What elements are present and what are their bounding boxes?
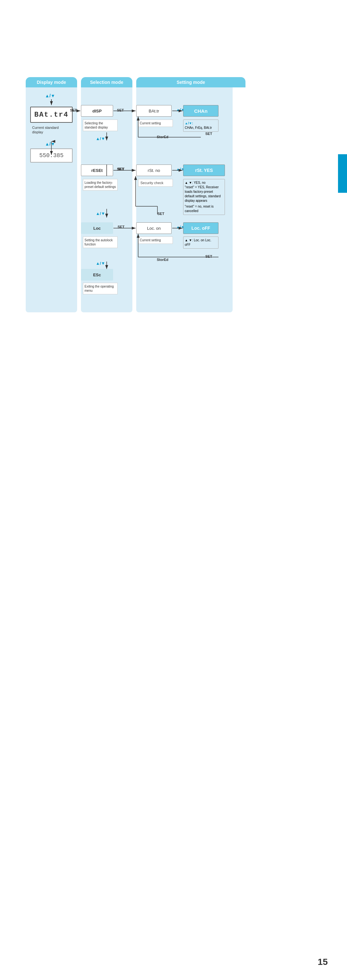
set-label-sel-set-disp: SET — [117, 108, 124, 112]
set-label-stored1: SET — [205, 132, 212, 135]
page-container: Display mode Selection mode Setting mode… — [0, 0, 347, 980]
sel-updown2: ▲/▼ — [96, 211, 105, 216]
column-headers: Display mode Selection mode Setting mode — [26, 77, 321, 88]
page-number: 15 — [318, 957, 328, 967]
stored-label-1: StorEd — [157, 135, 168, 139]
sel-loc-desc: Setting the autolock function — [83, 237, 118, 248]
chan-updown: ▲/▼: — [185, 121, 217, 126]
rst-yes-desc1: ▲ ▼: YES, no — [185, 181, 223, 185]
set-security-check: Security check — [138, 179, 173, 187]
stored-label-2: StorEd — [157, 258, 168, 261]
set-rst-yes-box: rSt. YES — [183, 164, 225, 176]
sel-disp-box: dISP — [81, 105, 113, 117]
rst-yes-desc3: "reset" = no, reset is cancelled — [185, 204, 223, 213]
current-standard-display-label: Current standard display — [32, 125, 67, 135]
col-header-setting: Setting mode — [136, 77, 245, 88]
set-battr-current: Current setting — [138, 119, 173, 127]
set-label-sel-set-rst: SET — [117, 167, 124, 171]
set-battr-box: BAt.tr — [136, 105, 172, 117]
set-label-above-loc: SET — [158, 212, 164, 216]
diagram-inner: ▲/▼ BAt.tr4 Current standard display ▲/▼… — [26, 88, 321, 312]
sel-reset-box: rESEt — [81, 164, 113, 176]
sel-loc-box: Loc — [81, 222, 113, 234]
set-chan-options: ▲/▼: CHAn, FrEq, BAt.tr — [183, 119, 218, 132]
set-label-disp-sel: SET — [70, 108, 77, 112]
chan-options-text: CHAn, FrEq, BAt.tr — [185, 126, 217, 130]
sel-disp-desc: Selecting the standard display — [83, 119, 118, 131]
set-loc-off-desc: ▲ ▼: Loc. on Loc. oFF — [183, 237, 218, 249]
display-updown1: ▲/▼ — [45, 93, 55, 98]
accent-bar — [338, 154, 347, 193]
set-chan-box: CHAn — [183, 105, 218, 117]
rst-yes-desc2: "reset" = YES, Receiver loads factory-pr… — [185, 185, 223, 203]
col-header-display: Display mode — [26, 77, 77, 88]
set-loc-on-box: Loc. on — [136, 222, 172, 234]
col-header-selection: Selection mode — [81, 77, 132, 88]
set-rst-no-box: rSt. no — [136, 164, 172, 176]
sel-esc-desc: Exiting the operating menu — [83, 283, 118, 294]
loc-off-options: ▲ ▼: Loc. on Loc. oFF — [185, 238, 217, 247]
set-label-loc: SET — [118, 225, 124, 229]
sel-updown1: ▲/▼ — [96, 136, 105, 141]
set-loc-off-box: Loc. oFF — [183, 222, 218, 234]
sel-updown3: ▲/▼ — [96, 261, 105, 266]
diagram-area: Display mode Selection mode Setting mode… — [26, 77, 321, 312]
sel-esc-box: ESc — [81, 269, 113, 280]
main-display-box: BAt.tr4 — [30, 107, 73, 123]
set-label-stored2: SET — [205, 255, 212, 258]
display-updown2: ▲/▼ — [45, 142, 55, 146]
set-rst-yes-desc: ▲ ▼: YES, no "reset" = YES, Receiver loa… — [183, 179, 225, 215]
set-loc-on-current: Current setting — [138, 237, 173, 244]
freq-display-box: 550:385 — [30, 148, 73, 162]
sel-reset-desc: Loading the factory-preset default setti… — [83, 179, 118, 191]
